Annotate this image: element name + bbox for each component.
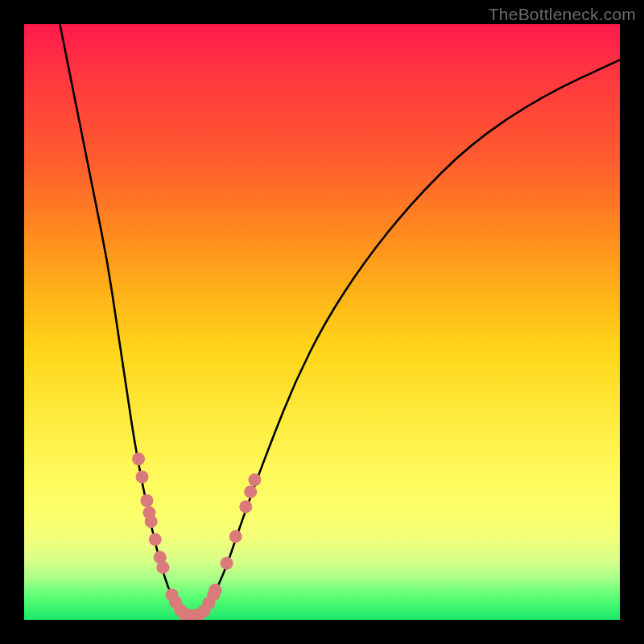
chart-frame: TheBottleneck.com: [0, 0, 644, 644]
data-point-marker: [244, 485, 257, 498]
chart-plot-area: [24, 24, 620, 620]
data-point-markers: [24, 24, 620, 620]
data-point-marker: [239, 500, 252, 513]
data-point-marker: [136, 470, 149, 483]
data-point-marker: [209, 584, 222, 597]
data-point-marker: [221, 557, 233, 570]
data-point-marker: [145, 515, 158, 528]
data-point-marker: [156, 561, 169, 574]
data-point-marker: [140, 494, 153, 507]
data-point-marker: [149, 533, 162, 546]
data-point-marker: [229, 530, 242, 543]
data-point-marker: [248, 473, 261, 486]
data-point-marker: [132, 452, 145, 465]
watermark-text: TheBottleneck.com: [489, 5, 636, 24]
